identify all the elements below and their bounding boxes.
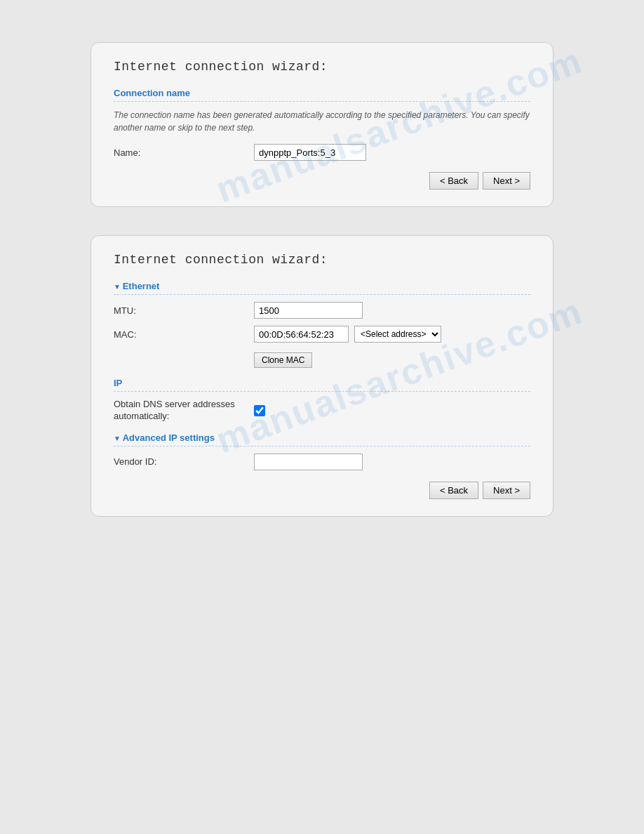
page-wrapper: manualsarchive.com Internet connection w… bbox=[0, 0, 644, 559]
dns-checkbox[interactable] bbox=[254, 405, 265, 416]
card2-back-button[interactable]: < Back bbox=[429, 482, 478, 499]
clone-mac-row: Clone MAC bbox=[254, 350, 530, 368]
mtu-label: MTU: bbox=[114, 305, 254, 316]
vendor-input[interactable] bbox=[254, 454, 363, 470]
advanced-ip-section: Advanced IP settings Vendor ID: bbox=[114, 432, 530, 470]
card2-next-button[interactable]: Next > bbox=[483, 482, 530, 499]
vendor-row: Vendor ID: bbox=[114, 454, 530, 470]
wizard-title-1: Internet connection wizard: bbox=[114, 60, 530, 74]
mac-inputs: <Select address> bbox=[254, 326, 441, 343]
card1-back-button[interactable]: < Back bbox=[429, 172, 478, 190]
mtu-input[interactable] bbox=[254, 302, 363, 319]
dns-row: Obtain DNS server addresses automaticall… bbox=[114, 399, 530, 423]
card2-button-row: < Back Next > bbox=[114, 482, 530, 499]
connection-name-header: Connection name bbox=[114, 88, 530, 102]
mac-row: MAC: <Select address> bbox=[114, 326, 530, 343]
advanced-ip-header: Advanced IP settings bbox=[114, 432, 530, 446]
vendor-label: Vendor ID: bbox=[114, 456, 254, 467]
ip-section: IP Obtain DNS server addresses automatic… bbox=[114, 378, 530, 423]
connection-name-section: Connection name The connection name has … bbox=[114, 88, 530, 161]
card1-button-row: < Back Next > bbox=[114, 172, 530, 190]
connection-name-description: The connection name has been generated a… bbox=[114, 109, 530, 134]
ip-header: IP bbox=[114, 378, 530, 392]
clone-mac-button[interactable]: Clone MAC bbox=[254, 352, 312, 368]
mtu-row: MTU: bbox=[114, 302, 530, 319]
wizard-card-1: manualsarchive.com Internet connection w… bbox=[90, 42, 554, 207]
select-address-dropdown[interactable]: <Select address> bbox=[354, 326, 441, 343]
mac-input[interactable] bbox=[254, 326, 349, 343]
ethernet-header: Ethernet bbox=[114, 281, 530, 295]
dns-label: Obtain DNS server addresses automaticall… bbox=[114, 399, 254, 423]
wizard-card-2: manualsarchive.com Internet connection w… bbox=[90, 235, 554, 517]
name-label: Name: bbox=[114, 147, 254, 158]
card1-next-button[interactable]: Next > bbox=[483, 172, 530, 190]
wizard-title-2: Internet connection wizard: bbox=[114, 253, 530, 267]
name-row: Name: bbox=[114, 144, 530, 161]
ethernet-section: Ethernet MTU: MAC: <Select address> Clon… bbox=[114, 281, 530, 368]
name-input[interactable] bbox=[254, 144, 366, 161]
mac-label: MAC: bbox=[114, 329, 254, 340]
